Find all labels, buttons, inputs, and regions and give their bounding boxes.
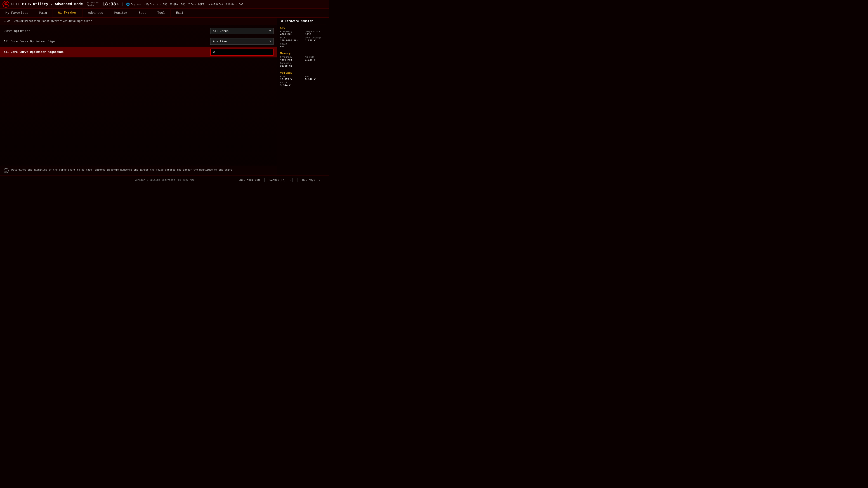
tool-resizebar[interactable]: ⊡ ReSize BAR (225, 2, 243, 6)
breadcrumb-path: Ai Tweaker\Precision Boost Overdrive\Cur… (7, 20, 92, 23)
fan-icon: ⟳ (170, 2, 173, 6)
hw-memory-section: Memory Frequency 4800 MHz MC Volt 1.120 … (280, 52, 327, 67)
tool-qfan[interactable]: ⟳ Qfan(F6) (170, 2, 185, 6)
footer-right-buttons: Last Modified | EzMode(F7) → | Hot Keys … (235, 177, 326, 183)
hw-bclk-value: 100.0000 MHz (280, 39, 302, 42)
settings-gear-icon[interactable]: ⚙ (117, 2, 119, 6)
search-icon: ? (188, 2, 190, 6)
hw-cpu-ratio: Ratio 45x (280, 43, 327, 48)
setting-control-magnitude[interactable] (210, 48, 274, 56)
dropdown-core-sign-arrow-icon: ▼ (269, 40, 271, 43)
tool-search[interactable]: ? Search(F9) (188, 2, 206, 6)
header-tools: 🌐 English ☆ MyFavorite(F3) ⟳ Qfan(F6) ? … (126, 2, 243, 6)
tool-english[interactable]: 🌐 English (126, 2, 141, 6)
footer-bar: Version 2.22.1284 Copyright (C) 2022 AMI… (0, 175, 329, 184)
hw-12v-5v: +12V 12.076 V +5V 5.140 V (280, 75, 327, 80)
hw-mem-freq-label: Frequency (280, 56, 302, 59)
hw-memory-title: Memory (280, 52, 327, 55)
hw-33v-label: +3.3V (280, 82, 327, 84)
date-display: 12/25/2022 (87, 2, 99, 4)
dropdown-curve-optimizer[interactable]: All Cores ▼ (210, 28, 274, 34)
hw-cpu-section: CPU Frequency 4500 MHz Temperature 16°C … (280, 26, 327, 48)
info-text: Determines the magnitude of the curve sh… (11, 168, 232, 172)
hw-cpu-bclk-cvolt: BCLK 100.0000 MHz Core Voltage 1.232 V (280, 37, 327, 42)
hw-voltage-section: Voltage +12V 12.076 V +5V 5.140 V +3.3V … (280, 71, 327, 87)
last-modified-button[interactable]: Last Modified (235, 177, 264, 183)
info-bar: i Determines the magnitude of the curve … (0, 166, 277, 175)
breadcrumb-back-arrow[interactable]: ← (4, 20, 5, 23)
nav-tool[interactable]: Tool (152, 8, 170, 18)
hw-mem-freq-mcvolt: Frequency 4800 MHz MC Volt 1.120 V (280, 56, 327, 61)
setting-control-core-sign[interactable]: Positive ▼ (210, 38, 274, 45)
hw-ratio-label: Ratio (280, 43, 327, 45)
tool-myfavorite-label: MyFavorite(F3) (147, 3, 167, 6)
nav-my-favorites[interactable]: My Favorites (0, 8, 34, 18)
setting-row-curve-optimizer[interactable]: Curve Optimizer All Cores ▼ (0, 26, 277, 36)
hw-12v-label: +12V (280, 75, 302, 78)
hw-cpu-freq-temp: Frequency 4500 MHz Temperature 16°C (280, 31, 327, 36)
hw-12v-value: 12.076 V (280, 78, 302, 80)
info-icon: i (4, 168, 8, 173)
star-icon: ☆ (144, 2, 146, 6)
hw-mcvolt-label: MC Volt (305, 56, 327, 59)
hw-5v-value: 5.140 V (305, 78, 327, 80)
nav-monitor[interactable]: Monitor (109, 8, 133, 18)
input-magnitude[interactable] (210, 48, 274, 56)
hw-capacity-value: 32768 MB (280, 65, 327, 67)
tool-aura-label: AURA(F4) (211, 3, 223, 6)
hw-monitor-title: 🖥 Hardware Monitor (280, 20, 327, 24)
tool-qfan-label: Qfan(F6) (174, 3, 185, 6)
setting-label-magnitude: All Core Curve Optimizer Magnitude (4, 51, 210, 54)
main-layout: ← Ai Tweaker\Precision Boost Overdrive\C… (0, 18, 329, 175)
hw-5v-label: +5V (305, 75, 327, 78)
setting-label-core-sign: All Core Curve Optimizer Sign (4, 40, 210, 43)
tool-resizebar-label: ReSize BAR (228, 3, 243, 6)
hotkeys-question-icon: ? (317, 178, 322, 182)
ezmode-arrow-icon: → (288, 178, 292, 182)
hotkeys-button[interactable]: Hot Keys ? (299, 177, 326, 183)
hw-voltage-title: Voltage (280, 71, 327, 74)
nav-ai-tweaker[interactable]: Ai Tweaker (53, 8, 83, 18)
hw-cpu-freq-value: 4500 MHz (280, 33, 302, 36)
hw-bclk-label: BCLK (280, 37, 302, 39)
monitor-screen-icon: 🖥 (280, 20, 283, 23)
hw-cvolt-value: 1.232 V (305, 39, 327, 42)
aura-icon: ✦ (209, 2, 210, 6)
rog-logo (2, 1, 9, 8)
setting-control-curve-optimizer[interactable]: All Cores ▼ (210, 28, 274, 34)
hw-cpu-freq-label: Frequency (280, 31, 302, 33)
dropdown-core-sign[interactable]: Positive ▼ (210, 38, 274, 45)
time-display: 18:33 ⚙ (102, 2, 119, 7)
setting-label-curve-optimizer: Curve Optimizer (4, 29, 210, 33)
dropdown-arrow-icon: ▼ (269, 29, 271, 33)
resizebar-icon: ⊡ (225, 2, 227, 6)
tool-myfavorite[interactable]: ☆ MyFavorite(F3) (144, 2, 167, 6)
tool-search-label: Search(F9) (191, 3, 206, 6)
hw-cpu-temp-value: 16°C (305, 33, 327, 36)
tool-aura[interactable]: ✦ AURA(F4) (209, 2, 223, 6)
hw-mem-capacity: Capacity 32768 MB (280, 62, 327, 67)
svg-point-16 (5, 3, 7, 5)
breadcrumb: ← Ai Tweaker\Precision Boost Overdrive\C… (0, 18, 277, 25)
hardware-monitor-panel: 🖥 Hardware Monitor CPU Frequency 4500 MH… (277, 18, 329, 175)
hw-cpu-title: CPU (280, 26, 327, 30)
nav-main[interactable]: Main (34, 8, 53, 18)
hw-cvolt-label: Core Voltage (305, 37, 327, 39)
setting-row-magnitude[interactable]: All Core Curve Optimizer Magnitude (0, 47, 277, 58)
nav-advanced[interactable]: Advanced (83, 8, 109, 18)
hw-cpu-temp-label: Temperature (305, 31, 327, 33)
hw-33v-value: 3.344 V (280, 84, 327, 87)
nav-boot[interactable]: Boot (133, 8, 152, 18)
datetime-display: 12/25/2022 Sunday (87, 2, 99, 7)
navigation-bar: My Favorites Main Ai Tweaker Advanced Mo… (0, 8, 329, 18)
hw-divider-2 (280, 69, 327, 69)
nav-exit[interactable]: Exit (170, 8, 189, 18)
dropdown-core-sign-value: Positive (213, 40, 227, 43)
dropdown-curve-optimizer-value: All Cores (213, 29, 228, 33)
setting-row-core-sign[interactable]: All Core Curve Optimizer Sign Positive ▼ (0, 36, 277, 47)
footer-version: Version 2.22.1284 Copyright (C) 2022 AMI (135, 179, 194, 182)
content-area: ← Ai Tweaker\Precision Boost Overdrive\C… (0, 18, 277, 175)
ezmode-button[interactable]: EzMode(F7) → (266, 177, 296, 183)
hw-33v: +3.3V 3.344 V (280, 82, 327, 87)
header-bar: UEFI BIOS Utility – Advanced Mode 12/25/… (0, 0, 329, 8)
